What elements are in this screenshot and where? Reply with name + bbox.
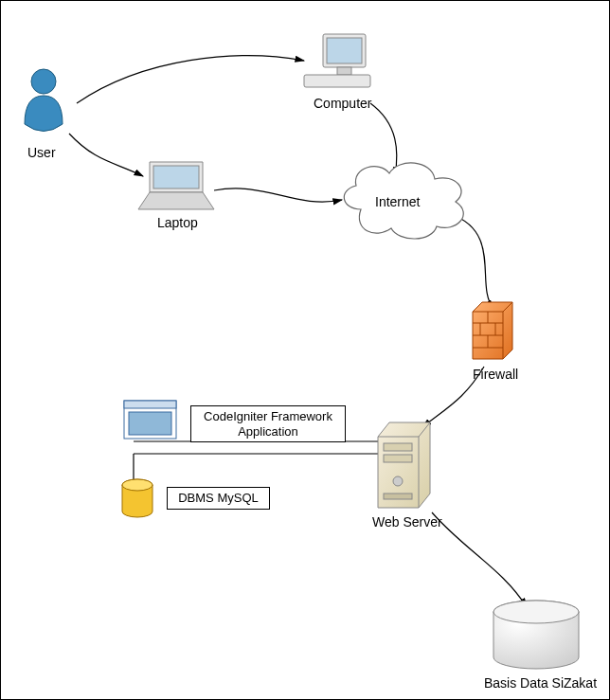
svg-rect-1 — [323, 34, 366, 67]
firewall-icon — [473, 302, 512, 359]
svg-point-27 — [122, 479, 152, 491]
svg-line-17 — [419, 422, 430, 437]
svg-rect-25 — [129, 412, 171, 435]
webserver-label: Web Server — [372, 511, 442, 529]
svg-rect-20 — [384, 455, 412, 462]
user-icon — [25, 69, 63, 132]
svg-line-14 — [503, 302, 512, 312]
svg-point-29 — [493, 601, 579, 623]
svg-point-0 — [31, 69, 56, 94]
internet-label: Internet — [375, 190, 420, 209]
connector-internet-firewall — [451, 214, 493, 309]
connector-computer-internet — [370, 103, 397, 176]
svg-rect-5 — [153, 166, 199, 188]
svg-rect-24 — [124, 401, 176, 408]
codeigniter-box: CodeIgniter Framework Application — [190, 405, 346, 442]
computer-icon — [304, 34, 370, 87]
connector-webserver-database — [432, 512, 527, 607]
diagram-canvas: User Computer Laptop Internet Firewall W… — [0, 0, 610, 700]
computer-label: Computer — [314, 92, 371, 111]
svg-point-21 — [393, 476, 403, 486]
laptop-icon — [138, 162, 214, 209]
database-label: Basis Data SiZakat — [484, 672, 597, 691]
svg-point-28 — [493, 601, 579, 623]
svg-point-26 — [122, 479, 152, 491]
dbms-box: DBMS MySQL — [167, 487, 270, 510]
laptop-label: Laptop — [157, 211, 198, 230]
user-label: User — [27, 141, 56, 160]
svg-rect-4 — [304, 75, 370, 87]
database-icon — [493, 601, 579, 669]
svg-rect-3 — [337, 67, 351, 75]
svg-rect-19 — [384, 443, 412, 451]
webserver-icon — [378, 422, 430, 508]
firewall-label: Firewall — [473, 363, 518, 382]
connector-laptop-internet — [214, 188, 342, 202]
svg-rect-23 — [124, 401, 176, 439]
svg-rect-2 — [327, 38, 362, 63]
connector-user-computer — [77, 56, 304, 103]
svg-rect-22 — [384, 494, 412, 499]
dbms-icon — [122, 479, 152, 517]
app-window-icon — [124, 401, 176, 439]
connector-user-laptop — [69, 134, 143, 176]
